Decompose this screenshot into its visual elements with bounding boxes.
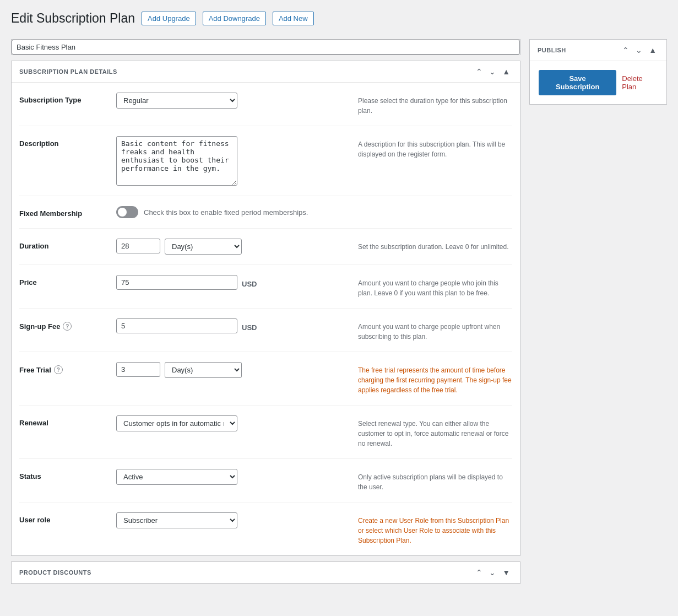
price-currency: USD — [242, 277, 257, 288]
publish-body: Save Subscription Delete Plan — [530, 61, 666, 104]
free-trial-row: Free Trial ? Day(s) Week(s) Month(s) Yea… — [19, 352, 512, 406]
free-trial-unit-select[interactable]: Day(s) Week(s) Month(s) Year(s) — [165, 362, 242, 378]
user-role-select[interactable]: Subscriber Administrator Editor Author — [116, 512, 237, 528]
renewal-select[interactable]: Customer opts in for automatic renewal F… — [116, 415, 237, 431]
publish-collapse-up-button[interactable]: ⌃ — [620, 45, 631, 55]
status-row: Status Active Inactive Only active subsc… — [19, 459, 512, 502]
fixed-membership-row: Fixed Membership Check this box to enabl… — [19, 196, 512, 229]
fixed-membership-toggle[interactable] — [116, 206, 138, 218]
renewal-help: Select renewal type. You can either allo… — [358, 415, 512, 449]
free-trial-label: Free Trial ? — [19, 362, 107, 374]
signup-fee-help: Amount you want to charge people upfront… — [358, 318, 512, 342]
duration-help: Set the subscription duration. Leave 0 f… — [358, 239, 512, 252]
discounts-section-title: PRODUCT DISCOUNTS — [19, 569, 91, 576]
subscription-type-row: Subscription Type Regular Unlimited Fixe… — [19, 83, 512, 126]
price-row: Price USD Amount you want to charge peop… — [19, 265, 512, 309]
discounts-collapse-down-button[interactable]: ⌄ — [487, 568, 498, 577]
discounts-section-header: PRODUCT DISCOUNTS ⌃ ⌄ ▼ — [12, 562, 520, 583]
price-label: Price — [19, 275, 107, 287]
section-controls: ⌃ ⌄ ▲ — [474, 67, 512, 77]
fixed-membership-label: Fixed Membership — [19, 206, 107, 218]
section-title: SUBSCRIPTION PLAN DETAILS — [19, 68, 117, 75]
user-role-input-col: Subscriber Administrator Editor Author — [116, 512, 349, 528]
renewal-row: Renewal Customer opts in for automatic r… — [19, 406, 512, 459]
subscription-type-input-col: Regular Unlimited Fixed — [116, 93, 349, 109]
right-column: PUBLISH ⌃ ⌄ ▲ Save Subscription Delete P… — [529, 39, 667, 105]
publish-panel: PUBLISH ⌃ ⌄ ▲ Save Subscription Delete P… — [529, 39, 667, 105]
save-subscription-button[interactable]: Save Subscription — [539, 70, 616, 95]
publish-controls: ⌃ ⌄ ▲ — [620, 45, 659, 55]
signup-fee-label: Sign-up Fee ? — [19, 318, 107, 331]
price-input-col: USD — [116, 275, 349, 290]
description-row: Description Basic content for fitness fr… — [19, 126, 512, 196]
free-trial-help-icon[interactable]: ? — [54, 365, 63, 374]
status-help: Only active subscription plans will be d… — [358, 469, 512, 492]
collapse-up-button[interactable]: ⌃ — [474, 67, 485, 77]
duration-label: Duration — [19, 239, 107, 250]
user-role-label: User role — [19, 512, 107, 524]
collapse-down-button[interactable]: ⌄ — [487, 67, 498, 77]
signup-fee-help-icon[interactable]: ? — [63, 322, 72, 331]
add-downgrade-button[interactable]: Add Downgrade — [203, 12, 266, 25]
product-discounts-panel: PRODUCT DISCOUNTS ⌃ ⌄ ▼ — [11, 561, 520, 584]
duration-row: Duration Day(s) Week(s) Month(s) Year(s)… — [19, 229, 512, 265]
duration-input-col: Day(s) Week(s) Month(s) Year(s) — [116, 239, 349, 255]
renewal-label: Renewal — [19, 415, 107, 427]
user-role-row: User role Subscriber Administrator Edito… — [19, 502, 512, 555]
publish-collapse-close-button[interactable]: ▲ — [647, 45, 659, 55]
toggle-knob — [118, 208, 127, 217]
fixed-membership-input-col[interactable]: Check this box to enable fixed period me… — [116, 206, 349, 218]
subscription-type-help: Please select the duration type for this… — [358, 93, 512, 116]
signup-fee-row: Sign-up Fee ? USD Amount you want to cha… — [19, 309, 512, 352]
publish-collapse-down-button[interactable]: ⌄ — [633, 45, 644, 55]
discounts-section-controls: ⌃ ⌄ ▼ — [474, 568, 512, 577]
subscription-plan-details-panel: SUBSCRIPTION PLAN DETAILS ⌃ ⌄ ▲ Subscrip… — [11, 61, 520, 556]
free-trial-help: The free trial represents the amount of … — [358, 362, 512, 395]
publish-title: PUBLISH — [538, 47, 566, 53]
discounts-collapse-up-button[interactable]: ⌃ — [474, 568, 485, 577]
subscription-type-select[interactable]: Regular Unlimited Fixed — [116, 93, 237, 109]
left-column: SUBSCRIPTION PLAN DETAILS ⌃ ⌄ ▲ Subscrip… — [11, 39, 520, 584]
collapse-close-button[interactable]: ▲ — [500, 67, 512, 77]
description-input-col: Basic content for fitness freaks and hea… — [116, 136, 349, 186]
duration-unit-select[interactable]: Day(s) Week(s) Month(s) Year(s) — [165, 239, 242, 255]
subscription-type-label: Subscription Type — [19, 93, 107, 104]
page-title: Edit Subscription Plan — [11, 11, 135, 26]
price-help: Amount you want to charge people who joi… — [358, 275, 512, 298]
signup-fee-currency: USD — [242, 320, 257, 332]
status-input-col: Active Inactive — [116, 469, 349, 485]
section-header: SUBSCRIPTION PLAN DETAILS ⌃ ⌄ ▲ — [12, 61, 520, 83]
user-role-help: Create a new User Role from this Subscri… — [358, 512, 512, 545]
publish-header: PUBLISH ⌃ ⌄ ▲ — [530, 40, 666, 61]
fixed-membership-help — [358, 206, 512, 209]
plan-name-box — [11, 39, 520, 55]
status-label: Status — [19, 469, 107, 480]
discounts-collapse-close-button[interactable]: ▼ — [500, 568, 512, 577]
add-upgrade-button[interactable]: Add Upgrade — [142, 12, 196, 25]
signup-fee-input[interactable] — [116, 318, 237, 333]
description-textarea[interactable]: Basic content for fitness freaks and hea… — [116, 136, 237, 186]
free-trial-input[interactable] — [116, 362, 160, 377]
page-header: Edit Subscription Plan Add Upgrade Add D… — [11, 11, 667, 26]
delete-plan-link[interactable]: Delete Plan — [622, 74, 658, 91]
add-new-button[interactable]: Add New — [273, 12, 314, 25]
status-select[interactable]: Active Inactive — [116, 469, 237, 485]
fixed-membership-help-inline: Check this box to enable fixed period me… — [144, 208, 308, 217]
plan-name-input[interactable] — [12, 40, 520, 55]
form-body: Subscription Type Regular Unlimited Fixe… — [12, 83, 520, 555]
renewal-input-col: Customer opts in for automatic renewal F… — [116, 415, 349, 431]
price-input[interactable] — [116, 275, 237, 290]
free-trial-input-col: Day(s) Week(s) Month(s) Year(s) — [116, 362, 349, 378]
description-label: Description — [19, 136, 107, 148]
description-help: A description for this subscription plan… — [358, 136, 512, 159]
duration-input[interactable] — [116, 239, 160, 253]
main-layout: SUBSCRIPTION PLAN DETAILS ⌃ ⌄ ▲ Subscrip… — [11, 39, 667, 584]
signup-fee-input-col: USD — [116, 318, 349, 333]
